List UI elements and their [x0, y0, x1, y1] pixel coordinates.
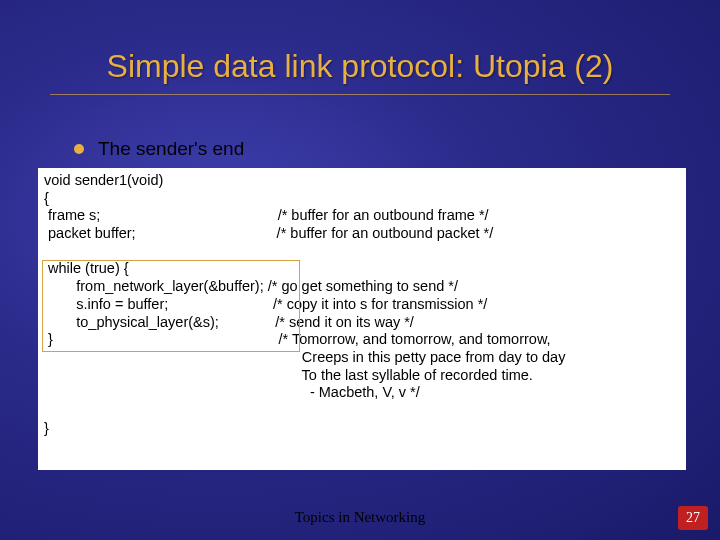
page-number-badge: 27 — [678, 506, 708, 530]
title-underline — [50, 94, 670, 95]
slide-title: Simple data link protocol: Utopia (2) — [0, 48, 720, 85]
bullet-icon — [74, 144, 84, 154]
footer-text: Topics in Networking — [0, 509, 720, 526]
bullet-text: The sender's end — [98, 138, 244, 160]
bullet-row: The sender's end — [74, 138, 244, 160]
page-number: 27 — [686, 510, 700, 526]
code-panel: void sender1(void) { frame s; /* buffer … — [38, 168, 686, 470]
slide: Simple data link protocol: Utopia (2) Th… — [0, 0, 720, 540]
highlight-box — [42, 260, 300, 352]
